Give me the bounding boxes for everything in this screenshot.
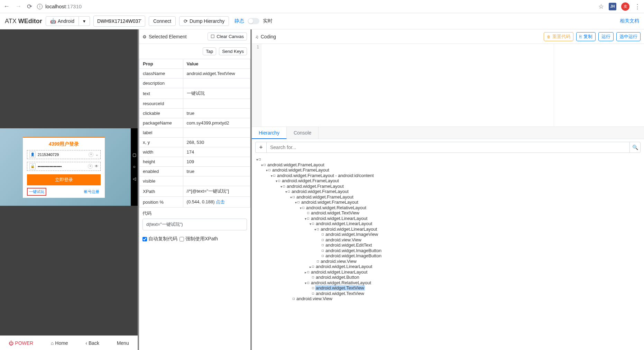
profile-avatar[interactable]: 友 — [621, 2, 629, 11]
dump-hierarchy-button[interactable]: ⟳Dump Hierarchy — [179, 16, 229, 26]
home-button[interactable]: ⌂ Home — [51, 340, 68, 346]
tree-node[interactable]: android.view.View — [255, 238, 641, 243]
tree-label[interactable]: android.widget.TextView — [310, 210, 360, 215]
tree-node[interactable]: ▾android.widget.LinearLayout — [255, 221, 641, 227]
tree-toggle-icon[interactable] — [318, 238, 322, 243]
browser-menu-icon[interactable]: ⋮ — [634, 3, 641, 10]
tree-label[interactable]: android.widget.TextView — [315, 285, 365, 291]
tree-node[interactable]: android.widget.EditText — [255, 243, 641, 248]
tree-node[interactable]: ▾android.widget.FrameLayout — [255, 178, 641, 184]
password-input[interactable] — [38, 164, 86, 168]
clear-username-icon[interactable]: ✕ — [89, 152, 93, 157]
tree-label[interactable]: android.widget.FrameLayout — [291, 189, 349, 194]
tree-node[interactable]: android.widget.TextView — [255, 286, 641, 291]
send-keys-button[interactable]: Send Keys — [219, 47, 247, 55]
tree-toggle-icon[interactable]: ▾ — [279, 184, 283, 190]
register-link[interactable]: 帐号注册 — [83, 188, 101, 196]
tree-toggle-icon[interactable] — [318, 254, 322, 259]
tree-node[interactable]: ▾android.widget.FrameLayout - android:id… — [255, 173, 641, 179]
connect-button[interactable]: Connect — [149, 16, 176, 26]
power-button[interactable]: ⏻ POWER — [9, 340, 33, 346]
tree-label[interactable]: android.widget.FrameLayout — [281, 178, 340, 183]
tree-node[interactable]: android.widget.ImageView — [255, 232, 641, 238]
tree-node[interactable]: ▾android.widget.FrameLayout — [255, 168, 641, 173]
tree-label[interactable]: android.widget.ImageButton — [325, 253, 382, 258]
android-home-icon[interactable]: ○ — [133, 164, 135, 169]
tree-toggle-icon[interactable]: ▾ — [313, 227, 317, 232]
tree-toggle-icon[interactable] — [304, 211, 307, 216]
tree-label[interactable]: android.widget.ImageView — [325, 232, 379, 237]
tree-label[interactable]: android.view.View — [296, 296, 333, 301]
tree-toggle-icon[interactable]: ▾ — [275, 179, 278, 184]
tree-node[interactable]: android.widget.TextView — [255, 211, 641, 216]
tree-node[interactable]: ▾android.widget.RelativeLayout — [255, 280, 641, 286]
tree-toggle-icon[interactable]: ▾ — [299, 206, 302, 211]
tree-toggle-icon[interactable] — [309, 286, 312, 291]
back-button[interactable]: ‹ Back — [85, 340, 99, 346]
tree-toggle-icon[interactable]: ▾ — [304, 217, 307, 222]
mode-switch[interactable] — [248, 18, 259, 24]
tree-toggle-icon[interactable]: ▾ — [294, 200, 297, 205]
tree-label[interactable]: android.widget.RelativeLayout — [305, 205, 367, 210]
hierarchy-tree[interactable]: ▾▾android.widget.FrameLayout▾android.wid… — [252, 156, 644, 350]
clear-password-icon[interactable]: ✕ — [88, 164, 93, 169]
code-editor[interactable]: 1 — [252, 44, 644, 127]
tree-label[interactable]: android.widget.EditText — [325, 242, 372, 248]
run-selected-button[interactable]: 选中运行 — [616, 32, 641, 41]
tree-node[interactable]: ▾android.widget.FrameLayout — [255, 195, 641, 200]
tree-label[interactable]: android.widget.TextView — [315, 291, 365, 296]
tab-hierarchy[interactable]: Hierarchy — [252, 127, 287, 139]
tree-node[interactable]: android.widget.ImageButton — [255, 248, 641, 254]
address-bar[interactable]: i localhost:17310 — [37, 3, 598, 9]
eye-icon[interactable]: 👁 — [95, 164, 98, 168]
tree-node[interactable]: ▾android.widget.FrameLayout — [255, 200, 641, 205]
tree-toggle-icon[interactable]: ▾ — [255, 157, 259, 163]
platform-dropdown-toggle[interactable]: ▾ — [79, 16, 90, 26]
force-xpath-checkbox[interactable]: 强制使用XPath — [180, 236, 218, 242]
position-click-link[interactable]: 点击 — [216, 199, 225, 204]
bookmark-star-icon[interactable]: ☆ — [598, 3, 604, 10]
tree-toggle-icon[interactable] — [309, 292, 312, 297]
tree-label[interactable]: android.widget.FrameLayout — [272, 167, 330, 173]
tree-node[interactable]: android.widget.TextView — [255, 291, 641, 297]
clear-canvas-button[interactable]: ☐ Clear Canvas — [208, 33, 247, 40]
extension-badge[interactable]: JH — [609, 3, 616, 10]
auto-copy-checkbox[interactable]: 自动复制代码 — [142, 236, 177, 242]
tree-label[interactable]: android.widget.FrameLayout — [301, 200, 359, 205]
tree-label[interactable]: android.widget.FrameLayout — [296, 194, 354, 200]
device-serial-input[interactable] — [93, 16, 145, 27]
tree-label[interactable]: android.widget.FrameLayout - android:id/… — [276, 173, 375, 178]
tree-node[interactable]: ▾ — [255, 157, 641, 163]
tree-toggle-icon[interactable]: ▸ — [304, 270, 307, 275]
tree-node[interactable]: ▸android.widget.LinearLayout — [255, 270, 641, 275]
username-field[interactable]: 👤 ✕ ⌄ — [27, 150, 101, 159]
tree-node[interactable]: android.widget.Button — [255, 275, 641, 280]
tree-label[interactable]: android.widget.LinearLayout — [310, 216, 368, 221]
tree-node[interactable]: android.widget.ImageButton — [255, 254, 641, 259]
username-input[interactable] — [38, 153, 86, 157]
android-back-icon[interactable]: ◁ — [133, 176, 136, 181]
login-button[interactable]: 立即登录 — [27, 174, 101, 185]
tree-node[interactable]: ▾android.widget.FrameLayout — [255, 184, 641, 190]
menu-button[interactable]: Menu — [117, 340, 129, 346]
tree-label[interactable]: android.widget.LinearLayout — [315, 264, 373, 269]
hierarchy-search-input[interactable] — [266, 142, 629, 153]
copy-code-button[interactable]: 复制 — [576, 32, 596, 41]
trial-link[interactable]: 一键试玩 — [27, 188, 46, 196]
platform-select[interactable]: 🤖Android ▾ — [46, 16, 90, 26]
tree-toggle-icon[interactable] — [318, 249, 322, 254]
tree-label[interactable]: android.view.View — [325, 237, 362, 242]
site-info-icon[interactable]: i — [37, 4, 43, 9]
tree-toggle-icon[interactable] — [309, 275, 312, 280]
generated-code[interactable]: d(text="一键试玩") — [142, 219, 247, 230]
tap-button[interactable]: Tap — [203, 47, 216, 55]
nav-reload-icon[interactable]: ⟳ — [27, 3, 32, 10]
tree-toggle-icon[interactable]: ▾ — [304, 281, 307, 286]
tree-node[interactable]: android.view.View — [255, 259, 641, 265]
tree-node[interactable]: ▾android.widget.LinearLayout — [255, 227, 641, 232]
add-node-button[interactable]: + — [255, 142, 266, 153]
tree-toggle-icon[interactable]: ▾ — [265, 168, 268, 173]
tree-toggle-icon[interactable] — [313, 259, 317, 265]
tree-label[interactable]: android.widget.Button — [315, 275, 360, 280]
tree-label[interactable]: android.widget.LinearLayout — [310, 269, 368, 275]
